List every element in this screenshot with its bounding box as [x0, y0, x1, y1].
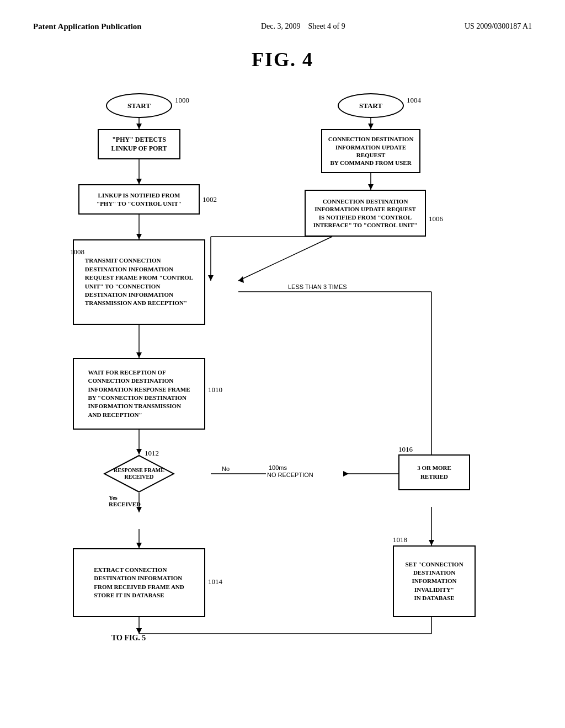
- conn-update-notified-box: CONNECTION DESTINATION INFORMATION UPDAT…: [305, 190, 426, 237]
- svg-marker-39: [104, 456, 174, 492]
- start1-oval: START: [106, 93, 172, 118]
- conn-dest-update-box: CONNECTION DESTINATION INFORMATION UPDAT…: [321, 129, 420, 173]
- header-patent-number: US 2009/0300187 A1: [465, 22, 532, 31]
- yes-received-label: YesRECEIVED: [109, 494, 141, 507]
- wait-reception-box: WAIT FOR RECEPTION OF CONNECTION DESTINA…: [73, 358, 205, 430]
- three-or-more-box: 3 OR MORE RETRIED: [398, 454, 470, 490]
- header-date-sheet: Dec. 3, 2009 Sheet 4 of 9: [261, 22, 345, 31]
- svg-marker-15: [136, 628, 142, 634]
- label-1002: 1002: [202, 195, 217, 204]
- svg-marker-11: [136, 507, 142, 512]
- svg-text:100ms: 100ms: [269, 464, 287, 471]
- svg-marker-17: [368, 124, 374, 129]
- svg-marker-24: [208, 275, 214, 281]
- linkup-notified-box: LINKUP IS NOTIFIED FROM "PHY" TO "CONTRO…: [78, 184, 200, 215]
- svg-line-20: [238, 237, 332, 281]
- label-1006: 1006: [429, 215, 443, 223]
- svg-marker-13: [136, 543, 142, 548]
- label-1016: 1016: [398, 445, 413, 454]
- label-1014: 1014: [208, 577, 222, 586]
- start2-oval: START: [338, 93, 404, 118]
- header: Patent Application Publication Dec. 3, 2…: [33, 22, 532, 31]
- set-invalidity-box: SET "CONNECTION DESTINATION INFORMATION …: [393, 545, 476, 617]
- label-1010: 1010: [208, 386, 222, 394]
- svg-text:LESS THAN 3 TIMES: LESS THAN 3 TIMES: [288, 283, 347, 290]
- svg-marker-1: [136, 124, 142, 129]
- flowchart: LESS THAN 3 TIMES No 100ms NO RECEPTION …: [45, 88, 520, 694]
- svg-marker-19: [368, 184, 374, 190]
- svg-marker-38: [136, 628, 142, 634]
- svg-marker-7: [136, 352, 142, 358]
- svg-marker-5: [136, 234, 142, 239]
- svg-marker-35: [429, 540, 434, 545]
- to-fig5: TO FIG. 5: [111, 634, 146, 643]
- label-1012: 1012: [145, 449, 159, 458]
- svg-text:No: No: [222, 465, 230, 472]
- figure-title: FIG. 4: [33, 48, 532, 71]
- label-1004: 1004: [407, 96, 421, 105]
- extract-conn-box: EXTRACT CONNECTION DESTINATION INFORMATI…: [73, 548, 205, 617]
- header-publication: Patent Application Publication: [33, 22, 142, 31]
- phy-detects-box: "PHY" DETECTS LINKUP OF PORT: [98, 129, 180, 159]
- svg-marker-3: [136, 179, 142, 184]
- svg-marker-21: [238, 276, 244, 283]
- label-1008: 1008: [70, 248, 84, 256]
- svg-marker-32: [343, 471, 349, 477]
- label-1000: 1000: [175, 96, 189, 105]
- page: Patent Application Publication Dec. 3, 2…: [0, 0, 565, 728]
- svg-text:NO RECEPTION: NO RECEPTION: [267, 472, 313, 478]
- svg-marker-9: [136, 449, 142, 454]
- label-1018: 1018: [393, 536, 407, 544]
- response-diamond: [103, 454, 175, 493]
- transmit-conn-box: TRANSMIT CONNECTION DESTINATION INFORMAT…: [73, 239, 205, 325]
